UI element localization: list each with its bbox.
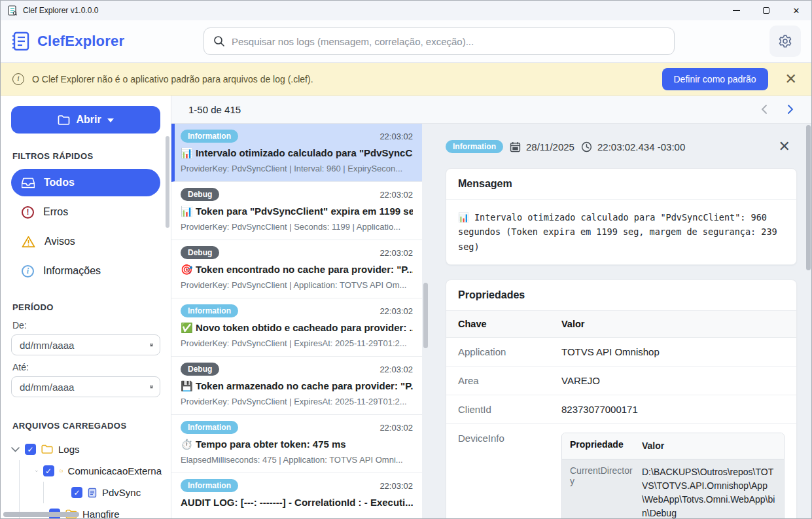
detail-close-icon[interactable]: ✕ [779, 138, 800, 155]
tree-item-label: Hangfire [82, 509, 120, 518]
log-title: AUDIT LOG: [---: -------] - CorrelationI… [181, 497, 413, 508]
date-from-field [11, 334, 160, 355]
banner-close-icon[interactable]: ✕ [785, 72, 797, 86]
sidebar-vertical-scrollbar[interactable] [166, 136, 169, 228]
banner-text: O Clef Explorer não é o aplicativo padrã… [32, 74, 313, 84]
detail-vertical-scrollbar[interactable] [806, 125, 811, 270]
chevron-down-icon [35, 469, 38, 474]
filter-item-todos[interactable]: Todos [11, 169, 160, 196]
message-card: Mensagem 📊 Intervalo otimizado calculado… [446, 168, 797, 265]
log-entry[interactable]: Debug 22:03:02 📊 Token para "PdvSyncClie… [171, 182, 422, 240]
chevron-right-icon[interactable] [786, 104, 794, 115]
log-entry[interactable]: Information 22:03:02 ⏱️ Tempo para obter… [171, 415, 422, 473]
filter-item-informacoes[interactable]: i Informações [11, 257, 160, 285]
checkbox-checked-icon[interactable] [71, 487, 82, 498]
log-entry[interactable]: Debug 22:03:02 💾 Token armazenado no cac… [171, 357, 422, 415]
property-key: DeviceInfo [458, 433, 561, 444]
log-list: Information 22:03:02 📊 Intervalo otimiza… [171, 124, 422, 518]
brand-logo-icon [11, 31, 31, 52]
open-file-button[interactable]: Abrir [11, 106, 160, 134]
property-value: Propriedade Valor CurrentDirectory D:\BA… [561, 433, 785, 518]
log-title: 📊 Intervalo otimizado calculado para "Pd… [181, 147, 413, 159]
filter-label: Todos [44, 177, 75, 188]
folder-icon [60, 466, 63, 476]
log-subtitle: ProviderKey: PdvSyncClient | ExpiresAt: … [181, 397, 413, 406]
level-badge: Debug [181, 363, 219, 376]
log-emoji-icon: 📊 [181, 147, 193, 158]
log-entry[interactable]: Information 22:03:02 ✅ Novo token obtido… [171, 298, 422, 357]
sidebar-horizontal-scrollbar[interactable] [3, 512, 79, 517]
search-icon [213, 35, 225, 47]
log-title: ✅ Novo token obtido e cacheado para prov… [181, 322, 413, 334]
property-value: 82373077000171 [561, 404, 785, 415]
close-window-button[interactable]: ✕ [781, 1, 811, 20]
title-bar: Clef Explorer v1.0.0.0 ✕ [1, 1, 811, 20]
deviceinfo-table-header: Propriedade Valor [562, 433, 784, 459]
date-to-field [11, 376, 160, 397]
chevron-down-icon [11, 447, 20, 452]
tree-item-logs[interactable]: Logs [11, 438, 162, 460]
log-entry[interactable]: Debug 22:03:02 🎯 Token encontrado no cac… [171, 240, 422, 298]
calendar-icon [150, 340, 153, 350]
filter-label: Avisos [44, 236, 75, 247]
filter-item-avisos[interactable]: Avisos [11, 228, 160, 255]
log-subtitle: ProviderKey: PdvSyncClient | ExpiresAt: … [181, 338, 413, 348]
file-tree: Logs ComunicacaoExterna PdvSync [11, 438, 162, 518]
chevron-down-icon [107, 118, 114, 122]
message-text: 📊 Intervalo otimizado calculado para "Pd… [446, 200, 796, 264]
tree-item-comunicacaoexterna[interactable]: ComunicacaoExterna [35, 460, 162, 482]
inbox-icon [22, 177, 35, 188]
date-to-input[interactable] [20, 382, 150, 393]
properties-card: Propriedades Chave Valor Application TOT… [446, 279, 797, 518]
list-toolbar: 1-50 de 415 [171, 96, 811, 124]
column-header-key: Chave [458, 319, 561, 329]
log-subtitle: ElapsedMilliseconds: 475 | Application: … [181, 455, 413, 465]
minimize-button[interactable] [721, 1, 751, 20]
log-subtitle: ProviderKey: PdvSyncClient | Interval: 9… [181, 164, 413, 173]
log-emoji-icon: 🎯 [181, 264, 193, 275]
level-badge: Information [181, 130, 238, 143]
set-default-button[interactable]: Definir como padrão [662, 68, 768, 90]
error-circle-icon: ! [22, 206, 34, 219]
property-row-deviceinfo: DeviceInfo Propriedade Valor CurrentDire… [446, 424, 796, 518]
brand-name: ClefExplorer [37, 33, 124, 50]
log-entry[interactable]: Information 22:03:02 AUDIT LOG: [---: --… [171, 473, 422, 518]
property-row: Application TOTVS API Omnishop [446, 338, 796, 367]
checkbox-checked-icon[interactable] [43, 465, 54, 476]
log-time: 22:03:02 [380, 132, 413, 141]
log-entry[interactable]: Information 22:03:02 📊 Intervalo otimiza… [171, 124, 422, 182]
search-box [203, 27, 675, 55]
maximize-button[interactable] [751, 1, 781, 20]
checkbox-checked-icon[interactable] [25, 444, 36, 455]
detail-panel: Information 28/11/2025 22:03:02.434 -03:… [432, 124, 811, 518]
calendar-icon [150, 382, 153, 392]
property-key: Area [458, 375, 561, 386]
calendar-icon [510, 141, 521, 152]
log-time: 22:03:02 [380, 190, 413, 200]
log-time: 22:03:02 [380, 365, 413, 374]
gear-icon [777, 33, 793, 49]
list-vertical-scrollbar[interactable] [423, 283, 428, 348]
tree-item-pdvsync[interactable]: PdvSync [71, 482, 162, 503]
filter-item-erros[interactable]: ! Erros [11, 198, 160, 226]
log-title: 💾 Token armazenado no cache para provide… [181, 380, 413, 392]
chevron-left-icon[interactable] [760, 104, 769, 115]
property-key: CurrentDirectory [562, 459, 639, 518]
date-from-label: De: [12, 320, 162, 331]
folder-icon [41, 444, 53, 454]
date-from-input[interactable] [20, 340, 150, 351]
info-circle-icon: i [22, 265, 34, 277]
search-input[interactable] [232, 36, 665, 47]
settings-button[interactable] [769, 26, 801, 57]
period-section-title: PERÍODO [12, 302, 162, 312]
file-icon [88, 488, 97, 498]
info-circle-icon: i [12, 73, 24, 85]
level-badge: Information [181, 304, 238, 317]
detail-time: 22:03:02.434 -03:00 [581, 141, 685, 152]
filter-label: Informações [43, 265, 101, 277]
brand: ClefExplorer [11, 31, 188, 52]
warning-triangle-icon [22, 236, 35, 248]
property-key: ClientId [458, 404, 561, 415]
level-badge: Information [446, 140, 503, 153]
level-badge: Debug [181, 188, 219, 201]
